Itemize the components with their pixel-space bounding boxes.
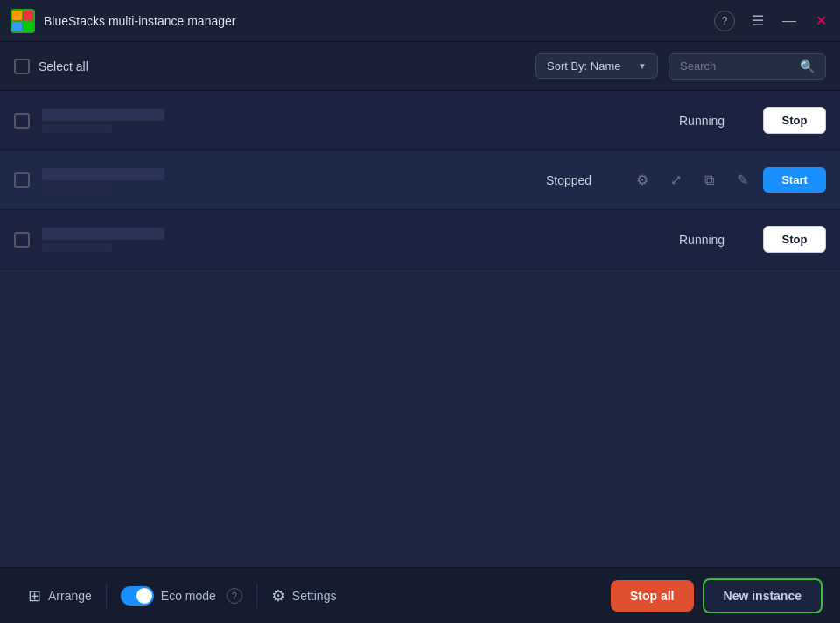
arrange-button[interactable]: ⊞ Arrange (18, 586, 102, 606)
app-title: BlueStacks multi-instance manager (44, 14, 714, 28)
minimize-button[interactable]: — (780, 12, 798, 30)
instance-list: Running Stop Stopped ⚙ ⤢ ⧉ ✎ Start Runni… (0, 91, 840, 567)
instance-name-3 (42, 228, 164, 240)
arrange-label: Arrange (48, 589, 92, 603)
stop-button-1[interactable]: Stop (763, 107, 826, 134)
instance-sub-3 (42, 243, 112, 252)
settings-label: Settings (292, 589, 337, 603)
resize-icon[interactable]: ⤢ (663, 168, 688, 192)
copy-icon[interactable]: ⧉ (696, 168, 721, 192)
edit-icon[interactable]: ✎ (730, 168, 754, 192)
svg-rect-3 (12, 22, 22, 32)
instance-name-area-3 (42, 228, 679, 252)
divider-2 (256, 584, 257, 608)
instance-name-2 (42, 168, 164, 180)
settings-icon: ⚙ (271, 586, 285, 606)
app-logo (10, 9, 35, 33)
search-box: 🔍 (668, 53, 826, 80)
menu-button[interactable]: ☰ (749, 12, 766, 30)
divider-1 (106, 584, 107, 608)
select-all-label: Select all (38, 60, 88, 74)
select-all-area[interactable]: Select all (14, 59, 525, 74)
stop-all-button[interactable]: Stop all (611, 580, 694, 612)
window-controls: ? ☰ — ✕ (714, 10, 830, 32)
instance-name-area-1 (42, 108, 679, 133)
sort-label: Sort By: Name (547, 60, 621, 73)
settings-icon[interactable]: ⚙ (630, 168, 654, 192)
bottom-bar: ⊞ Arrange Eco mode ? ⚙ Settings Stop all… (0, 567, 840, 623)
eco-mode-toggle-area[interactable]: Eco mode ? (110, 586, 253, 606)
instance-actions-1: Stop (763, 107, 826, 134)
settings-button[interactable]: ⚙ Settings (261, 586, 347, 606)
instance-sub-2 (42, 184, 112, 192)
search-icon: 🔍 (800, 60, 815, 74)
instance-name-area-2 (42, 168, 546, 192)
eco-mode-label: Eco mode (161, 589, 216, 603)
svg-rect-4 (24, 22, 33, 32)
instance-actions-2: ⚙ ⤢ ⧉ ✎ Start (630, 167, 826, 192)
title-bar: BlueStacks multi-instance manager ? ☰ — … (0, 0, 840, 42)
select-all-checkbox[interactable] (14, 59, 30, 74)
sort-dropdown[interactable]: Sort By: Name ▼ (536, 53, 658, 79)
chevron-down-icon: ▼ (638, 61, 647, 71)
instance-row: Running Stop (0, 210, 840, 270)
stop-button-3[interactable]: Stop (763, 226, 826, 253)
instance-status-1: Running (679, 114, 749, 128)
close-button[interactable]: ✕ (812, 12, 830, 30)
instance-status-2: Stopped (546, 173, 616, 187)
instance-row: Running Stop (0, 91, 840, 150)
new-instance-button[interactable]: New instance (703, 578, 822, 613)
instance-checkbox-1[interactable] (14, 113, 30, 129)
instance-sub-1 (42, 124, 112, 133)
arrange-icon: ⊞ (28, 586, 41, 606)
eco-mode-toggle[interactable] (121, 586, 154, 606)
instance-actions-3: Stop (763, 226, 826, 253)
instance-checkbox-3[interactable] (14, 232, 30, 248)
start-button-2[interactable]: Start (763, 167, 826, 192)
svg-rect-1 (12, 10, 22, 20)
search-input[interactable] (680, 60, 793, 73)
instance-row: Stopped ⚙ ⤢ ⧉ ✎ Start (0, 150, 840, 210)
toggle-knob (136, 588, 152, 604)
instance-checkbox-2[interactable] (14, 172, 30, 188)
eco-mode-help-icon[interactable]: ? (227, 588, 242, 604)
help-button[interactable]: ? (714, 10, 735, 32)
instance-status-3: Running (679, 233, 749, 247)
instance-name-1 (42, 108, 164, 121)
toolbar: Select all Sort By: Name ▼ 🔍 (0, 42, 840, 91)
svg-rect-2 (24, 10, 33, 20)
